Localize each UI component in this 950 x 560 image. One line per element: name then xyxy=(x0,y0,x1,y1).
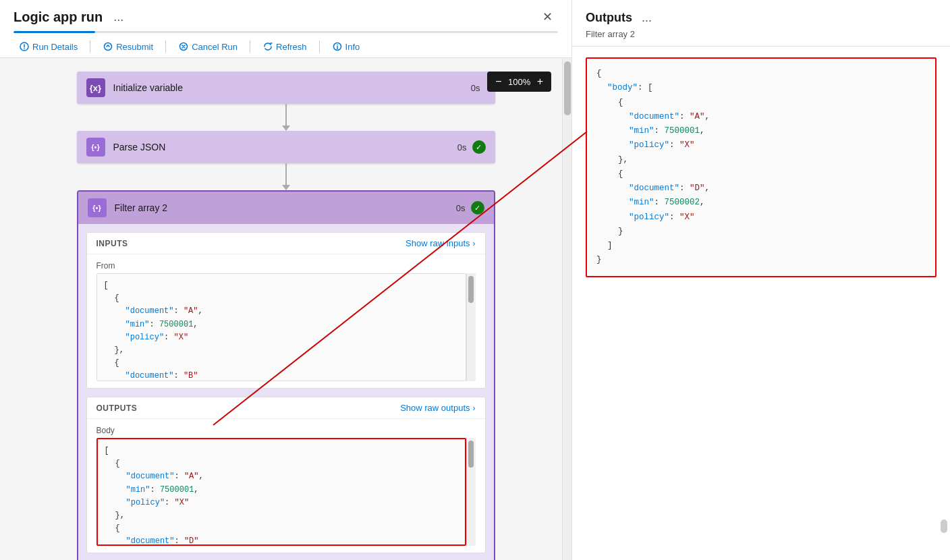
left-panel: Logic app run ... ✕ Run Details Resubmit xyxy=(0,0,572,560)
outputs-content: { "body": [ { "document": "A", "min": 75… xyxy=(572,47,950,560)
outputs-title: Outputs xyxy=(586,11,632,25)
cancel-run-button[interactable]: Cancel Run xyxy=(173,38,243,55)
svg-point-1 xyxy=(105,43,112,51)
zoom-out-button[interactable]: − xyxy=(493,74,504,89)
run-details-button[interactable]: Run Details xyxy=(13,38,83,55)
arrow-line-1 xyxy=(285,104,287,125)
parse-json-status: ✓ xyxy=(472,140,486,154)
parse-json-duration: 0s xyxy=(457,142,467,152)
arrow-head-1 xyxy=(282,125,290,131)
canvas-scroll-thumb xyxy=(564,61,571,115)
inputs-content: From [ { "document": "A", "min": 7500001… xyxy=(87,254,485,388)
run-details-icon xyxy=(19,41,30,52)
outputs-header: Outputs ... Filter array 2 xyxy=(572,0,950,47)
filter-array-status: ✓ xyxy=(471,201,484,215)
flow-canvas: − 100% + {x} Initialize variable 0s xyxy=(0,58,571,560)
outputs-scrollbar[interactable] xyxy=(466,438,476,546)
init-variable-title: Initialize variable xyxy=(113,82,471,93)
zoom-controls: − 100% + xyxy=(487,72,551,92)
zoom-percent: 100% xyxy=(507,77,532,87)
progress-fill xyxy=(13,31,95,33)
chevron-right-icon: › xyxy=(473,239,476,248)
toolbar: Run Details Resubmit Cancel Run xyxy=(13,38,558,57)
show-raw-outputs-link[interactable]: Show raw outputs › xyxy=(400,403,475,413)
outputs-content: Body [ { "document": "A", "min": 7500001… xyxy=(87,419,485,553)
chevron-right-icon-2: › xyxy=(473,403,476,413)
outputs-json-box: [ { "document": "A", "min": 7500001, "po… xyxy=(96,438,466,546)
app-title: Logic app run xyxy=(13,9,103,25)
parse-json-wrapper: {•} Parse JSON 0s ✓ xyxy=(77,131,495,163)
outputs-label: OUTPUTS xyxy=(96,403,138,413)
progress-bar xyxy=(13,31,558,33)
separator-2 xyxy=(165,40,166,53)
canvas-scrollbar[interactable] xyxy=(562,58,571,560)
parse-json-title: Parse JSON xyxy=(113,142,457,152)
body-label: Body xyxy=(96,426,476,435)
refresh-icon xyxy=(262,41,273,52)
show-raw-inputs-link[interactable]: Show raw inputs › xyxy=(406,238,475,248)
inputs-section: INPUTS Show raw inputs › From [ { "d xyxy=(86,232,486,389)
refresh-button[interactable]: Refresh xyxy=(257,38,312,55)
resubmit-icon xyxy=(103,41,113,52)
init-variable-wrapper: {x} Initialize variable 0s xyxy=(77,72,495,104)
filter-array-expanded: {•} Filter array 2 0s ✓ INPUTS Show raw … xyxy=(77,190,495,560)
arrow-2 xyxy=(282,163,290,190)
inputs-label: INPUTS xyxy=(96,239,128,248)
inputs-section-header: INPUTS Show raw inputs › xyxy=(87,233,485,254)
svg-point-4 xyxy=(337,45,338,46)
separator-3 xyxy=(250,40,250,53)
outputs-section-header: OUTPUTS Show raw outputs › xyxy=(87,397,485,419)
filter-array-title: Filter array 2 xyxy=(115,202,456,213)
arrow-1 xyxy=(282,104,290,131)
filter-array-icon: {•} xyxy=(88,198,107,217)
parse-json-icon: {•} xyxy=(86,138,105,157)
init-variable-duration: 0s xyxy=(471,83,480,93)
from-label: From xyxy=(96,261,476,271)
info-button[interactable]: Info xyxy=(327,38,366,55)
outputs-ellipsis-button[interactable]: ... xyxy=(638,9,656,26)
arrow-head-2 xyxy=(282,185,290,190)
outputs-subtitle: Filter array 2 xyxy=(586,29,937,39)
header-ellipsis-button[interactable]: ... xyxy=(109,9,128,26)
parse-json-node[interactable]: {•} Parse JSON 0s ✓ xyxy=(77,131,495,163)
resubmit-button[interactable]: Resubmit xyxy=(97,38,159,55)
filter-array-header[interactable]: {•} Filter array 2 0s ✓ xyxy=(78,192,494,224)
separator-4 xyxy=(319,40,320,53)
flow-container: {x} Initialize variable 0s {•} Parse JSO… xyxy=(27,72,544,560)
right-panel: Outputs ... Filter array 2 { "body": [ {… xyxy=(572,0,950,560)
outputs-section: OUTPUTS Show raw outputs › Body [ { xyxy=(86,397,486,553)
separator-1 xyxy=(90,40,90,53)
inputs-scrollbar[interactable] xyxy=(466,273,476,381)
filter-array-duration: 0s xyxy=(456,203,466,213)
zoom-in-button[interactable]: + xyxy=(534,74,546,89)
arrow-line-2 xyxy=(285,163,287,185)
right-scroll-indicator xyxy=(941,520,947,533)
init-variable-node[interactable]: {x} Initialize variable 0s xyxy=(77,72,495,104)
cancel-run-icon xyxy=(178,41,189,52)
outputs-json-display: { "body": [ { "document": "A", "min": 75… xyxy=(586,57,937,277)
info-icon xyxy=(332,41,343,52)
app-header: Logic app run ... ✕ Run Details Resubmit xyxy=(0,0,571,58)
inputs-json-box: [ { "document": "A", "min": 7500001, "po… xyxy=(96,273,466,381)
init-variable-icon: {x} xyxy=(86,78,105,97)
close-button[interactable]: ✕ xyxy=(537,8,558,26)
